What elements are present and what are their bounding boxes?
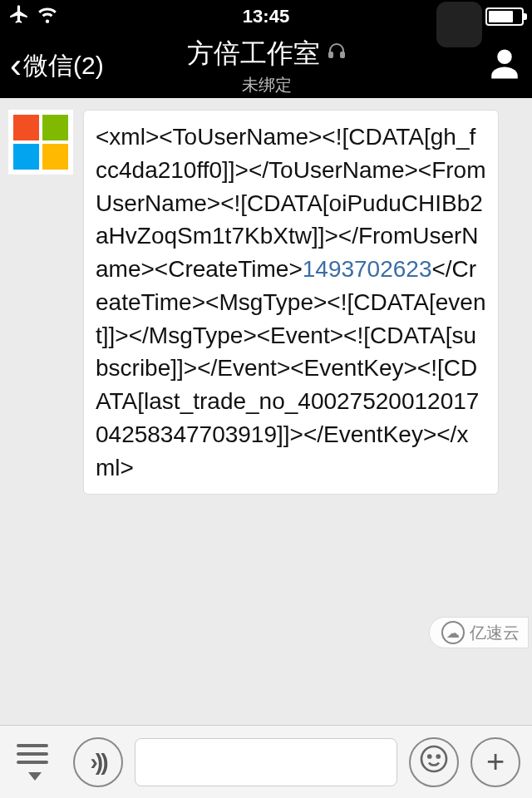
chat-area: <xml><ToUserName><![CDATA[gh_fcc4da210ff… [0,98,532,725]
wifi-icon [37,3,58,30]
message-row: <xml><ToUserName><![CDATA[gh_fcc4da210ff… [8,110,524,495]
svg-point-3 [428,756,431,758]
voice-button[interactable]: ›)) [73,737,123,787]
emoji-button[interactable] [409,737,459,787]
chevron-left-icon: ‹ [10,48,22,83]
voice-icon: ›)) [91,749,106,776]
svg-rect-1 [341,52,344,57]
xml-part-2: </CreateTime><MsgType><![CDATA[event]]><… [96,256,485,480]
profile-icon[interactable] [487,47,522,85]
nav-subtitle: 未绑定 [54,74,480,96]
watermark-text: 亿速云 [470,622,520,644]
headset-icon [327,41,347,66]
create-time-value[interactable]: 1493702623 [303,256,432,282]
keyboard-toggle-button[interactable] [12,737,62,787]
cloud-icon: ☁ [441,621,465,644]
smile-icon [419,744,449,780]
status-bar: 13:45 [0,0,532,33]
background-card [436,2,482,47]
airplane-mode-icon [8,3,30,30]
input-bar: ›)) + [0,725,532,798]
status-time: 13:45 [243,6,289,27]
svg-point-4 [437,756,440,758]
message-input[interactable] [135,738,397,786]
more-button[interactable]: + [470,737,520,787]
plus-icon: + [486,744,505,780]
page-title: 方倍工作室 [187,36,320,72]
battery-icon [485,7,524,26]
svg-rect-0 [329,52,332,57]
watermark: ☁ 亿速云 [429,617,529,648]
avatar[interactable] [8,110,73,175]
svg-point-2 [421,746,446,771]
message-bubble[interactable]: <xml><ToUserName><![CDATA[gh_fcc4da210ff… [83,110,499,495]
